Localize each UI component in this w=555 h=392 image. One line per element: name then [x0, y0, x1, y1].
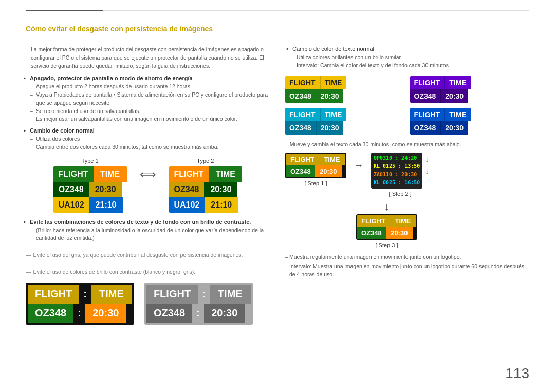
s3-r2c1: OZ348: [285, 121, 316, 135]
t2-r3c1: UA102: [169, 197, 205, 213]
bottom-board-2: FLIGHT : TIME OZ348 : 20:30: [144, 283, 253, 325]
s2-r2c1: OZ348: [410, 89, 440, 103]
bb1-r1sep: :: [79, 285, 91, 304]
types-section: Type 1 FLIGHT TIME OZ348 20:30 U: [26, 158, 270, 213]
s3-r1c1: FLIGHT: [285, 108, 320, 121]
bb2-r1sep: :: [198, 285, 210, 304]
bullet-2-sub2: Cambia entre dos colores cada 30 minutos…: [26, 143, 270, 152]
bullet-1: Apagado, protector de pantalla o modo de…: [26, 75, 270, 123]
t2-r3c2: 21:10: [205, 197, 238, 213]
t1-r3c1: UA102: [53, 197, 89, 213]
s1-r2c2: 20:30: [316, 89, 343, 103]
step2-label: [ Step 2 ]: [389, 191, 412, 197]
bullet-1-sub3: Se recomienda el uso de un salvapantalla…: [26, 107, 270, 116]
bb1-r2sep: :: [73, 304, 85, 323]
bottom-boards: FLIGHT : TIME OZ348 : 20:30 FL: [26, 283, 270, 325]
down-arrow-step3: ↓: [384, 201, 390, 213]
step2-line2: KL 0125 : 13:50: [374, 162, 420, 171]
t1-r2c2: 20:30: [89, 182, 122, 197]
t1-r2c1: OZ348: [53, 182, 89, 197]
bullet-2-sub1: Utiliza dos colores: [26, 135, 270, 143]
color-samples-grid: FLIGHT TIME OZ348 20:30 FLIGHT TIME: [285, 76, 529, 135]
steps-wrapper: FLIGHT TIME OZ348 20:30 [ Step 1 ] →: [285, 153, 529, 197]
type2-board: FLIGHT TIME OZ348 20:30 UA102 21:10: [169, 166, 243, 213]
step3-r2c2: 20:30: [386, 227, 413, 239]
bottom-board-1: FLIGHT : TIME OZ348 : 20:30: [26, 283, 134, 325]
bb2-r2c1: OZ348: [146, 304, 192, 323]
note1: Evite el uso del gris, ya que puede cont…: [26, 251, 270, 259]
down-arrow-2: ↓: [424, 165, 429, 176]
left-column: La mejor forma de proteger el producto d…: [26, 46, 270, 325]
step1-r2c2: 20:30: [315, 165, 342, 177]
s1-r2c1: OZ348: [285, 89, 316, 103]
bullet-3: Evite las combinaciones de colores de te…: [26, 219, 270, 243]
double-arrow-container: ⟺: [137, 158, 159, 192]
double-arrow-icon: ⟺: [140, 168, 156, 181]
bullet-1-sub3b: Es mejor usar un salvapantallas con una …: [26, 115, 270, 123]
step3-label: [ Step 3 ]: [375, 242, 398, 248]
t2-r2c2: 20:30: [204, 182, 237, 197]
s4-r1c2: TIME: [444, 108, 471, 121]
step2-line1: OP0310 : 24:20: [374, 154, 420, 162]
bottom-note-2: Intervalo: Muestra una imagen en movimie…: [285, 263, 529, 279]
bullet-2-main: Cambio de color normal: [26, 127, 270, 134]
bb2-r1c1: FLIGHT: [146, 285, 198, 304]
s2-r2c2: 20:30: [440, 89, 468, 103]
bb1-r2c1: OZ348: [28, 304, 73, 323]
step3-r2c1: OZ348: [357, 227, 386, 239]
sample-3: FLIGHT TIME OZ348 20:30: [285, 108, 405, 135]
right-bullet-1-sub2: Intervalo: Cambia el color del texto y d…: [285, 62, 529, 70]
bullet-2: Cambio de color normal Utiliza dos color…: [26, 127, 270, 152]
step2-line4: KL 0025 : 16:50: [374, 179, 420, 187]
s4-r2c1: OZ348: [410, 121, 440, 135]
right-column: Cambio de color de texto normal Utiliza …: [285, 46, 529, 325]
s4-r2c2: 20:30: [440, 121, 468, 135]
intro-text: La mejor forma de proteger el producto d…: [26, 46, 270, 70]
t1-r1c2: TIME: [94, 166, 127, 182]
step-arrow-right: →: [351, 153, 366, 171]
sample-4: FLIGHT TIME OZ348 20:30: [410, 108, 530, 135]
bullet-1-sub2: Vaya a Propiedades de pantalla › Sistema…: [26, 91, 270, 107]
note2: Evite el uso de colores de brillo con co…: [26, 268, 270, 276]
right-bullet-1-main: Cambio de color de texto normal: [285, 46, 529, 52]
bullet-1-main: Apagado, protector de pantalla o modo de…: [26, 75, 270, 81]
s1-r1c2: TIME: [320, 76, 346, 89]
bb2-r2sep: :: [192, 304, 204, 323]
step3-section: ↓ FLIGHT TIME OZ348 20:30 [ Step 3 ]: [285, 201, 529, 248]
page: Cómo evitar el desgaste con persistencia…: [0, 0, 555, 392]
t2-r1c1: FLIGHT: [169, 166, 209, 182]
sample-2: FLIGHT TIME OZ348 20:30: [410, 76, 530, 103]
bb1-r1c1: FLIGHT: [28, 285, 79, 304]
section-title: Cómo evitar el desgaste con persistencia…: [26, 25, 529, 35]
step2-line3: ZA0110 : 20:30: [374, 171, 420, 179]
step1-label: [ Step 1 ]: [304, 180, 327, 186]
s4-r1c1: FLIGHT: [410, 108, 445, 121]
type1-block: Type 1 FLIGHT TIME OZ348 20:30 U: [53, 158, 127, 213]
step3-board: FLIGHT TIME OZ348 20:30: [356, 214, 417, 240]
step2-block: OP0310 : 24:20 KL 0125 : 13:50 ZA0110 : …: [371, 153, 429, 197]
t1-r1c1: FLIGHT: [53, 166, 94, 182]
t2-r2c1: OZ348: [169, 182, 205, 197]
type1-label: Type 1: [53, 158, 127, 164]
step1-r1c1: FLIGHT: [286, 154, 319, 165]
bb1-r1c2: TIME: [91, 285, 132, 304]
right-arrow-icon: →: [354, 160, 363, 171]
s1-r1c1: FLIGHT: [285, 76, 320, 89]
page-number: 113: [505, 365, 529, 382]
step1-r2c1: OZ348: [286, 165, 315, 177]
t2-r1c2: TIME: [209, 166, 242, 182]
bottom-note-1: Muestra regularmente una imagen en movim…: [285, 253, 529, 262]
right-bullet-1-sub1: Utiliza colores brillantes con un brillo…: [285, 53, 529, 62]
bullet-3-sub1: (Brillo: hace referencia a la luminosida…: [26, 227, 270, 243]
t1-r3c2: 21:10: [89, 197, 123, 213]
bullet-3-main: Evite las combinaciones de colores de te…: [26, 219, 270, 225]
down-arrow-1: ↓: [424, 154, 429, 164]
step2-scroll-board: OP0310 : 24:20 KL 0125 : 13:50 ZA0110 : …: [371, 153, 422, 189]
s2-r1c1: FLIGHT: [410, 76, 445, 89]
bb1-r2c2: 20:30: [85, 304, 126, 323]
s2-r1c2: TIME: [444, 76, 471, 89]
bullet-1-sub1: Apague el producto 2 horas después de us…: [26, 83, 270, 91]
sample-1: FLIGHT TIME OZ348 20:30: [285, 76, 405, 103]
top-decorative-line: [26, 10, 529, 11]
step1-r1c2: TIME: [319, 154, 345, 165]
